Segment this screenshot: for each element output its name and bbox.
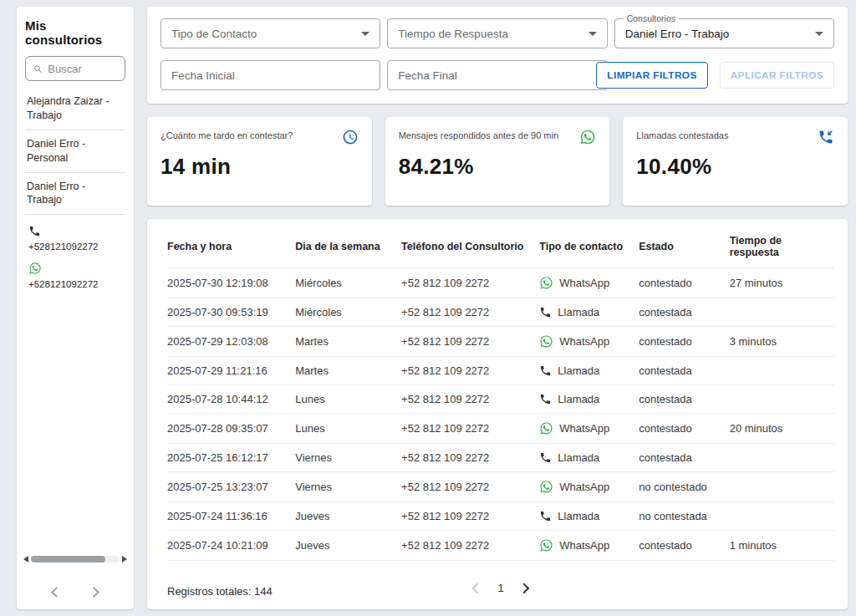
stat-card-tiempo-contestar: ¿Cuánto me tardo en contestar? 14 min — [147, 117, 372, 206]
cell-telefono: +52 812 109 2272 — [395, 414, 532, 444]
tiempo-respuesta-select-label: Tiempo de Respuesta — [398, 28, 588, 40]
tipo-contacto-label: WhatsApp — [559, 422, 609, 435]
cell-tiempo-respuesta — [723, 357, 834, 385]
stat-value: 14 min — [160, 154, 359, 180]
search-icon — [33, 63, 43, 75]
aplicar-filtros-button[interactable]: APLICAR FILTROS — [720, 62, 834, 89]
sidebar-item-consultorio[interactable]: Daniel Erro - Trabajo — [25, 173, 125, 216]
stat-value: 84.21% — [399, 154, 597, 180]
chevron-down-icon — [588, 32, 597, 36]
cell-estado: no contestada — [632, 502, 723, 531]
cell-tipo-contacto: WhatsApp — [532, 327, 632, 357]
phone-number: +528121092272 — [28, 242, 125, 252]
limpiar-filtros-button[interactable]: LIMPIAR FILTROS — [596, 62, 707, 89]
whatsapp-icon — [539, 480, 553, 494]
table-row: 2025-07-28 09:35:07Lunes+52 812 109 2272… — [167, 414, 834, 444]
records-panel: Fecha y hora Dia de la semana Teléfono d… — [147, 219, 848, 609]
sidebar-item-consultorio[interactable]: Alejandra Zaizar - Trabajo — [25, 88, 125, 130]
header-estado: Estado — [632, 224, 723, 268]
tipo-contacto-label: Llamada — [558, 393, 599, 405]
cell-tipo-contacto: Llamada — [532, 357, 632, 385]
consultorios-select[interactable]: Consultorios Daniel Erro - Trabajo — [614, 18, 834, 48]
cell-fecha-hora: 2025-07-25 13:23:07 — [167, 472, 288, 502]
sidebar-prev-page-icon[interactable] — [51, 587, 62, 598]
cell-estado: contestada — [632, 357, 723, 385]
table-row: 2025-07-29 11:21:16Martes+52 812 109 227… — [167, 357, 834, 385]
sidebar-next-page-icon[interactable] — [89, 587, 99, 598]
tiempo-respuesta-select[interactable]: Tiempo de Respuesta — [387, 18, 607, 48]
whatsapp-icon — [539, 538, 553, 552]
cell-fecha-hora: 2025-07-24 10:21:09 — [167, 531, 288, 561]
prev-page-icon[interactable] — [472, 583, 483, 593]
sidebar-item-consultorio[interactable]: Daniel Erro - Personal — [25, 130, 125, 173]
header-fecha-hora: Fecha y hora — [167, 224, 288, 268]
whatsapp-icon — [28, 262, 42, 275]
cell-tiempo-respuesta: 3 minutos — [723, 327, 834, 357]
search-box[interactable] — [25, 56, 125, 81]
cell-tipo-contacto: WhatsApp — [532, 472, 632, 502]
fecha-inicial-input[interactable] — [160, 60, 380, 90]
consultorios-select-value: Daniel Erro - Trabajo — [625, 28, 815, 40]
cell-tiempo-respuesta — [723, 444, 834, 472]
stat-title: Llamadas contestadas — [636, 129, 728, 140]
cell-dia-semana: Martes — [288, 357, 395, 385]
cell-estado: contestado — [632, 531, 723, 561]
tipo-contacto-label: WhatsApp — [559, 335, 609, 348]
stat-title: Mensajes respondidos antes de 90 min — [399, 129, 558, 140]
scrollbar-track[interactable] — [31, 556, 120, 563]
horizontal-scrollbar[interactable] — [23, 556, 127, 563]
filter-buttons: LIMPIAR FILTROS APLICAR FILTROS — [614, 60, 834, 90]
scrollbar-thumb[interactable] — [31, 556, 105, 563]
consultorios-list: Alejandra Zaizar - Trabajo Daniel Erro -… — [25, 88, 125, 215]
whatsapp-number: +528121092272 — [28, 279, 125, 289]
current-page-number[interactable]: 1 — [497, 582, 503, 594]
phone-icon — [539, 306, 552, 318]
header-dia-semana: Dia de la semana — [288, 224, 395, 268]
consultorios-select-floating-label: Consultorios — [624, 13, 679, 23]
fecha-final-input[interactable] — [387, 60, 607, 90]
cell-tipo-contacto: Llamada — [532, 502, 632, 531]
cell-tiempo-respuesta — [723, 385, 834, 414]
search-input[interactable] — [48, 63, 118, 75]
records-table: Fecha y hora Dia de la semana Teléfono d… — [167, 224, 834, 561]
cell-dia-semana: Martes — [288, 327, 395, 357]
stats-row: ¿Cuánto me tardo en contestar? 14 min Me… — [147, 117, 848, 206]
table-paginator: 1 — [473, 582, 527, 594]
tipo-contacto-label: WhatsApp — [559, 539, 609, 552]
cell-fecha-hora: 2025-07-28 09:35:07 — [167, 414, 288, 444]
cell-fecha-hora: 2025-07-24 11:36:16 — [167, 502, 288, 531]
cell-tiempo-respuesta: 1 minutos — [723, 531, 834, 561]
phone-incoming-icon — [818, 129, 834, 145]
cell-telefono: +52 812 109 2272 — [395, 357, 532, 385]
table-row: 2025-07-24 11:36:16Jueves+52 812 109 227… — [167, 502, 834, 531]
cell-estado: contestada — [632, 444, 723, 472]
cell-fecha-hora: 2025-07-28 10:44:12 — [167, 385, 288, 414]
chevron-down-icon — [815, 32, 823, 36]
scroll-left-icon[interactable] — [23, 556, 28, 563]
cell-dia-semana: Miércoles — [288, 268, 395, 298]
cell-dia-semana: Viernes — [288, 444, 395, 472]
tipo-contacto-select[interactable]: Tipo de Contacto — [160, 18, 380, 48]
sidebar: Mis consultorios Alejandra Zaizar - Trab… — [17, 7, 134, 609]
stat-title: ¿Cuánto me tardo en contestar? — [160, 129, 293, 140]
tipo-contacto-select-label: Tipo de Contacto — [171, 28, 361, 40]
cell-telefono: +52 812 109 2272 — [395, 531, 532, 561]
cell-dia-semana: Jueves — [288, 531, 395, 561]
chevron-down-icon — [361, 32, 369, 36]
app-root: Mis consultorios Alejandra Zaizar - Trab… — [0, 0, 856, 616]
table-row: 2025-07-25 16:12:17Viernes+52 812 109 22… — [167, 444, 834, 472]
cell-tipo-contacto: Llamada — [532, 444, 632, 472]
main-content: Tipo de Contacto Tiempo de Respuesta Con… — [147, 7, 848, 609]
stat-card-mensajes-respondidos: Mensajes respondidos antes de 90 min 84.… — [385, 117, 610, 206]
header-telefono: Teléfono del Consultorio — [395, 224, 532, 268]
cell-telefono: +52 812 109 2272 — [395, 298, 532, 327]
cell-tiempo-respuesta: 20 minutos — [723, 414, 834, 444]
tipo-contacto-label: Llamada — [558, 364, 599, 377]
next-page-icon[interactable] — [519, 583, 530, 593]
cell-estado: contestado — [632, 268, 723, 298]
whatsapp-icon — [539, 276, 553, 290]
phone-icon — [539, 510, 552, 522]
scroll-right-icon[interactable] — [122, 556, 127, 563]
cell-telefono: +52 812 109 2272 — [395, 327, 532, 357]
cell-telefono: +52 812 109 2272 — [395, 472, 532, 502]
